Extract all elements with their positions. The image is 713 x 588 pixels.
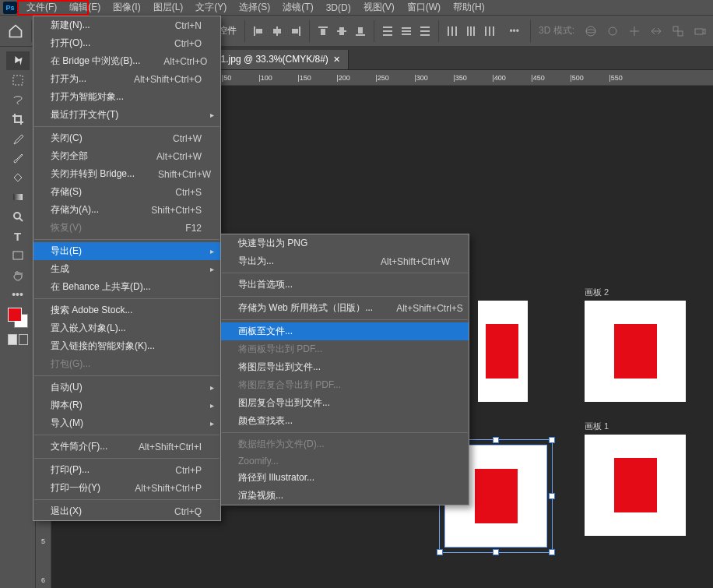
menu-item[interactable]: 颜色查找表...: [221, 412, 469, 430]
distribute-left-icon[interactable]: [444, 23, 461, 40]
handle-icon[interactable]: [493, 549, 499, 555]
menu-window[interactable]: 窗口(W): [401, 0, 447, 16]
menu-item[interactable]: 导出为...Alt+Shift+Ctrl+W: [221, 252, 469, 270]
menu-item[interactable]: Zoomify...: [221, 453, 469, 469]
handle-icon[interactable]: [549, 549, 555, 555]
artboard-1[interactable]: [585, 435, 686, 536]
menu-3d[interactable]: 3D(D): [320, 1, 357, 15]
menu-item[interactable]: 打开为...Alt+Shift+Ctrl+O: [33, 70, 220, 88]
menu-item[interactable]: 打开(O)...Ctrl+O: [33, 34, 220, 52]
menu-item[interactable]: 关闭并转到 Bridge...Shift+Ctrl+W: [33, 165, 220, 183]
handle-icon[interactable]: [549, 437, 555, 443]
menu-image[interactable]: 图像(I): [107, 0, 146, 16]
menu-item[interactable]: 渲染视频...: [221, 487, 469, 505]
menu-item[interactable]: 画板至文件...: [221, 322, 469, 340]
distribute-vcenter-icon[interactable]: [398, 23, 415, 40]
menu-item[interactable]: 打开为智能对象...: [33, 88, 220, 106]
menu-item[interactable]: 文件简介(F)...Alt+Shift+Ctrl+I: [33, 438, 220, 456]
distribute-hcenter-icon[interactable]: [462, 23, 479, 40]
artboard-2[interactable]: [585, 301, 686, 402]
tool-brush[interactable]: [6, 149, 30, 167]
align-right-icon[interactable]: [287, 23, 304, 40]
tool-rectangle[interactable]: [6, 246, 30, 265]
menu-item[interactable]: 搜索 Adobe Stock...: [33, 301, 220, 319]
menu-item[interactable]: 将画板导出到 PDF...: [221, 340, 469, 358]
menu-item[interactable]: 脚本(R): [33, 396, 220, 414]
menu-item[interactable]: 最近打开文件(T): [33, 106, 220, 124]
menu-view[interactable]: 视图(V): [357, 0, 401, 16]
menu-item[interactable]: 图层复合导出到文件...: [221, 394, 469, 412]
tool-magnify[interactable]: [6, 207, 30, 226]
menu-item[interactable]: 导出(E): [33, 242, 220, 260]
tool-lasso[interactable]: [6, 90, 30, 109]
menu-item[interactable]: 打印(P)...Ctrl+P: [33, 461, 220, 479]
menu-edit[interactable]: 编辑(E): [63, 0, 107, 16]
quickmask-toggle[interactable]: [6, 334, 30, 350]
handle-icon[interactable]: [493, 437, 499, 443]
artboard-partial-top[interactable]: [478, 301, 528, 402]
handle-icon[interactable]: [437, 549, 443, 555]
align-hcenter-icon[interactable]: [269, 23, 286, 40]
more-options-icon[interactable]: •••: [509, 26, 519, 37]
menu-item[interactable]: 生成: [33, 260, 220, 278]
menu-item[interactable]: 关闭(C)Ctrl+W: [33, 129, 220, 147]
menu-item[interactable]: 导入(M): [33, 414, 220, 432]
tool-more[interactable]: •••: [6, 285, 30, 304]
tool-marquee[interactable]: [6, 71, 30, 90]
artboard-label-2[interactable]: 画板 2: [585, 287, 609, 298]
tool-healing[interactable]: [6, 168, 30, 187]
menu-item[interactable]: 在 Behance 上共享(D)...: [33, 278, 220, 296]
tool-type[interactable]: T: [6, 227, 30, 245]
menu-item[interactable]: 置入嵌入对象(L)...: [33, 319, 220, 337]
menu-help[interactable]: 帮助(H): [447, 0, 491, 16]
menu-item[interactable]: 将图层导出到文件...: [221, 358, 469, 376]
svg-point-31: [586, 30, 595, 33]
tool-eyedropper[interactable]: [6, 129, 30, 148]
3d-slide-icon[interactable]: [648, 23, 665, 40]
distribute-top-icon[interactable]: [379, 23, 396, 40]
3d-orbit-icon[interactable]: [582, 23, 599, 40]
foreground-color[interactable]: [8, 308, 22, 322]
menu-item[interactable]: 在 Bridge 中浏览(B)...Alt+Ctrl+O: [33, 52, 220, 70]
3d-camera-icon[interactable]: [691, 23, 708, 40]
menu-item[interactable]: 存储为 Web 所用格式（旧版）...Alt+Shift+Ctrl+S: [221, 299, 469, 317]
align-top-icon[interactable]: [314, 23, 332, 40]
menu-item[interactable]: 快速导出为 PNG: [221, 234, 469, 252]
menu-item[interactable]: 数据组作为文件(D)...: [221, 435, 469, 453]
3d-roll-icon[interactable]: [604, 23, 621, 40]
menu-layer[interactable]: 图层(L): [147, 0, 190, 16]
menu-item[interactable]: 置入链接的智能对象(K)...: [33, 337, 220, 355]
menu-select[interactable]: 选择(S): [233, 0, 276, 16]
menu-type[interactable]: 文字(Y): [189, 0, 233, 16]
3d-pan-icon[interactable]: [626, 23, 643, 40]
menu-filter[interactable]: 滤镜(T): [276, 0, 319, 16]
align-left-icon[interactable]: [250, 23, 267, 40]
menu-item[interactable]: 存储(S)Ctrl+S: [33, 183, 220, 201]
menu-item[interactable]: 将图层复合导出到 PDF...: [221, 376, 469, 394]
menu-file[interactable]: 文件(F): [20, 0, 63, 16]
home-icon[interactable]: [5, 20, 26, 42]
tool-gradient[interactable]: [6, 188, 30, 206]
3d-scale-icon[interactable]: [669, 23, 687, 40]
handle-icon[interactable]: [549, 493, 555, 499]
distribute-right-icon[interactable]: [481, 23, 498, 40]
close-icon[interactable]: ✕: [333, 55, 340, 65]
menu-item[interactable]: 导出首选项...: [221, 276, 469, 294]
align-vcenter-icon[interactable]: [333, 23, 350, 40]
menu-item[interactable]: 路径到 Illustrator...: [221, 469, 469, 487]
menu-item[interactable]: 退出(X)Ctrl+Q: [33, 502, 220, 520]
distribute-bottom-icon[interactable]: [416, 23, 434, 40]
artboard-label-1[interactable]: 画板 1: [585, 421, 609, 432]
menu-item[interactable]: 新建(N)...Ctrl+N: [33, 16, 220, 34]
menu-item[interactable]: 打包(G)...: [33, 355, 220, 373]
align-bottom-icon[interactable]: [352, 23, 369, 40]
menu-item[interactable]: 打印一份(Y)Alt+Shift+Ctrl+P: [33, 479, 220, 497]
tool-hand[interactable]: [6, 266, 30, 284]
menu-item[interactable]: 关闭全部Alt+Ctrl+W: [33, 147, 220, 165]
menu-item[interactable]: 恢复(V)F12: [33, 219, 220, 237]
menu-item[interactable]: 存储为(A)...Shift+Ctrl+S: [33, 201, 220, 219]
color-swatches[interactable]: [8, 308, 28, 329]
tool-move[interactable]: [6, 51, 30, 70]
tool-crop[interactable]: [6, 110, 30, 129]
menu-item[interactable]: 自动(U): [33, 379, 220, 396]
